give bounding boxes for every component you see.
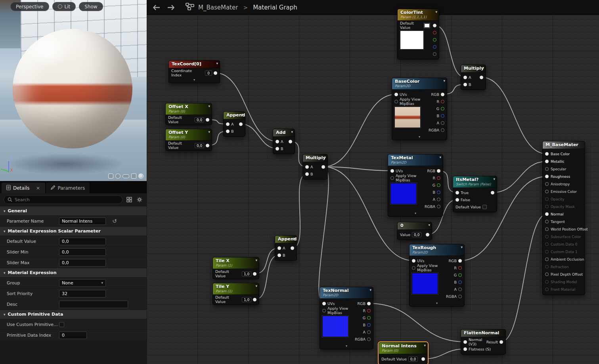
default-value-value-box[interactable]: 1,0: [242, 297, 251, 302]
collapse-chevron-icon[interactable]: ▾: [369, 288, 371, 292]
pdo-pin[interactable]: [545, 273, 549, 276]
basecolor-pin[interactable]: [545, 152, 549, 156]
preview-shape-mesh-icon[interactable]: [138, 173, 144, 179]
r-pin[interactable]: [433, 31, 436, 34]
rgb-pin[interactable]: [367, 302, 371, 305]
uvs-pin[interactable]: [322, 302, 326, 305]
node-offsety[interactable]: Offset YParam (0)▾Default Value0,0: [165, 129, 212, 151]
node-colortint[interactable]: ColorTintParam (1,1,1,1)▾Default Value: [397, 9, 439, 59]
collapse-chevron-icon[interactable]: ▾: [324, 155, 326, 159]
node-tilex[interactable]: Tile XParam (1)▾Default Value1,0: [212, 257, 259, 279]
mip-pin[interactable]: [390, 176, 394, 180]
b-pin[interactable]: [305, 172, 309, 176]
rgb-pin[interactable]: [433, 24, 436, 27]
r-pin[interactable]: [367, 309, 371, 313]
node-append1[interactable]: Append▾AB: [223, 111, 245, 137]
wpo-pin[interactable]: [545, 227, 549, 231]
out-pin[interactable]: [322, 165, 325, 169]
node-basecolor[interactable]: BaseColorParam2D▾UVsApply View MipBiasRG…: [392, 78, 447, 140]
flatness-pin[interactable]: [463, 347, 467, 351]
preview-shape-cube-icon[interactable]: [131, 173, 136, 179]
rgba-pin[interactable]: [441, 128, 444, 132]
collapse-chevron-icon[interactable]: ▾: [208, 130, 210, 134]
rgba-pin[interactable]: [458, 295, 462, 298]
primitive-data-index-input[interactable]: [59, 332, 87, 339]
normal-pin[interactable]: [545, 212, 549, 216]
out-pin[interactable]: [214, 71, 217, 75]
use-custom-primitive-checkbox[interactable]: [59, 322, 64, 327]
collapse-chevron-icon[interactable]: ▾: [439, 155, 441, 159]
node-main[interactable]: M_BaseMaterBase ColorMetallicSpecularRou…: [542, 141, 585, 295]
node-add[interactable]: Add▾AB: [273, 129, 295, 154]
out-pin[interactable]: [253, 272, 256, 276]
display-filter-icon[interactable]: [126, 196, 133, 203]
node-const0[interactable]: 0▾Value0,0: [397, 222, 432, 240]
preview-shape-sphere-icon[interactable]: [115, 173, 121, 179]
default-value-value-box[interactable]: 0,0: [195, 117, 204, 122]
material-preview-viewport[interactable]: Perspective Lit Show Z X: [0, 0, 147, 181]
b-pin[interactable]: [437, 191, 440, 194]
section-header-general[interactable]: ▾General: [0, 206, 147, 216]
tab-details[interactable]: Details ×: [2, 183, 45, 193]
lit-button[interactable]: Lit: [52, 2, 76, 11]
anisotropy-pin[interactable]: [545, 182, 549, 186]
rgb-pin[interactable]: [437, 169, 440, 173]
customdata1-pin[interactable]: [545, 250, 549, 253]
expand-chevron-icon[interactable]: ▾: [388, 212, 443, 216]
b-pin[interactable]: [367, 323, 371, 327]
node-append2[interactable]: Append▾AB: [275, 235, 297, 261]
rgba-pin[interactable]: [437, 205, 440, 208]
default-value-value-box[interactable]: 0,0: [195, 143, 204, 148]
close-details-tab-icon[interactable]: ×: [36, 185, 40, 191]
collapse-chevron-icon[interactable]: ▾: [443, 79, 445, 83]
a-pin[interactable]: [441, 121, 444, 125]
emissive-pin[interactable]: [545, 190, 549, 193]
sort-priority-input[interactable]: [59, 290, 106, 297]
uvs-pin[interactable]: [394, 93, 398, 96]
b-pin[interactable]: [433, 45, 436, 49]
section-header-custom-primitive-data[interactable]: ▾Custom Primitive Data: [0, 310, 147, 319]
ao-pin[interactable]: [545, 257, 549, 261]
collapse-chevron-icon[interactable]: ▾: [255, 258, 257, 262]
node-texnormal[interactable]: TexNormalParam2D▾UVsApply View MipBiasRG…: [320, 287, 373, 349]
metallic-pin[interactable]: [545, 160, 549, 163]
a-pin[interactable]: [277, 246, 281, 250]
shadingmodel-pin[interactable]: [545, 280, 549, 284]
desc-input[interactable]: [59, 301, 128, 308]
g-pin[interactable]: [433, 38, 436, 42]
g-pin[interactable]: [441, 107, 444, 111]
rgba-pin[interactable]: [367, 337, 371, 341]
collapse-chevron-icon[interactable]: ▾: [482, 66, 484, 70]
node-itsmetal[interactable]: ItsMetal?Switch Param (False)▾TrueFalseD…: [453, 176, 497, 212]
collapse-chevron-icon[interactable]: ▾: [428, 223, 430, 227]
b-pin[interactable]: [277, 253, 281, 257]
mip-pin[interactable]: [394, 100, 398, 103]
default-value-checkbox[interactable]: [482, 205, 487, 209]
default-value-value-box[interactable]: 1,0: [242, 271, 251, 276]
collapse-chevron-icon[interactable]: ▾: [216, 61, 218, 65]
result-pin[interactable]: [499, 340, 503, 344]
parameter-name-input[interactable]: [59, 217, 106, 225]
rgb-pin[interactable]: [458, 259, 462, 263]
perspective-button[interactable]: Perspective: [10, 2, 49, 11]
value-value-box[interactable]: 0,0: [412, 232, 421, 237]
section-header-material-expression-scalar-parameter[interactable]: ▾Material Expression Scalar Parameter: [0, 227, 147, 236]
node-texcoord[interactable]: TexCoord[0]▾Coordinate Index0▾: [168, 60, 220, 83]
g-pin[interactable]: [458, 273, 462, 277]
node-texrough[interactable]: TexRoughParam2D▾UVsApply View MipBiasRGB…: [409, 244, 465, 307]
a-pin[interactable]: [437, 198, 440, 201]
color-swatch[interactable]: [424, 23, 430, 28]
a-pin[interactable]: [463, 76, 467, 79]
b-pin[interactable]: [463, 83, 467, 86]
out-pin[interactable]: [289, 140, 292, 143]
collapse-chevron-icon[interactable]: ▾: [461, 245, 463, 249]
r-pin[interactable]: [441, 100, 444, 103]
preview-shape-capsule-icon[interactable]: [122, 174, 129, 178]
customdata0-pin[interactable]: [545, 242, 549, 246]
default-value-input[interactable]: [59, 238, 106, 245]
b-pin[interactable]: [276, 147, 279, 151]
preview-shape-cylinder-icon[interactable]: [108, 173, 113, 179]
expand-chevron-icon[interactable]: ▾: [410, 301, 464, 306]
mip-pin[interactable]: [322, 309, 326, 313]
out-pin[interactable]: [291, 246, 294, 250]
